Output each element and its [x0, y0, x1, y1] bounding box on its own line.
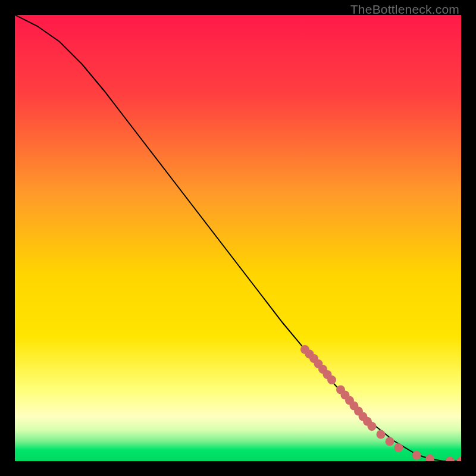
data-point [446, 457, 455, 462]
data-point [457, 457, 462, 462]
data-point [368, 422, 377, 431]
data-point [425, 455, 434, 461]
data-point [394, 443, 403, 452]
bottleneck-curve [15, 15, 461, 461]
plot-area [15, 15, 461, 461]
curve-layer [15, 15, 461, 461]
data-point [377, 430, 386, 439]
highlight-points [300, 345, 461, 461]
data-point [386, 437, 394, 446]
outer-frame: TheBottleneck.com [0, 0, 476, 476]
data-point [327, 375, 336, 384]
data-point [412, 451, 421, 460]
